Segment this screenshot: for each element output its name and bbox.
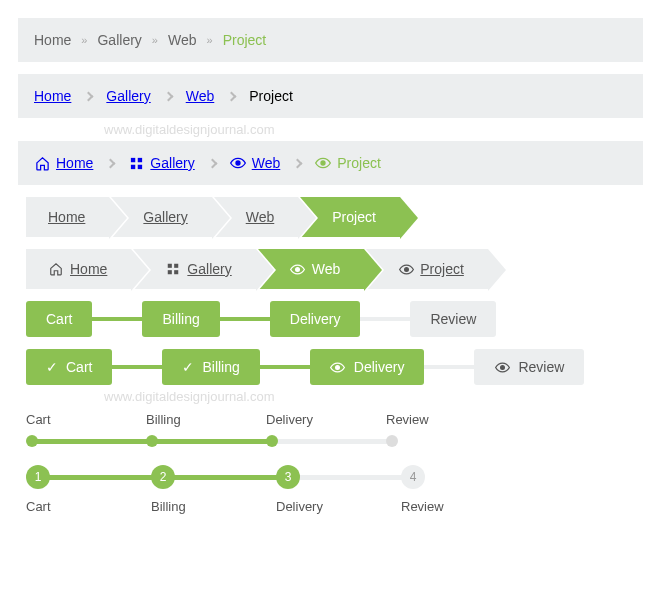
step-connector — [220, 317, 270, 321]
dot-line — [272, 439, 392, 444]
breadcrumb-icons: Home Gallery Web Project — [18, 141, 643, 185]
chevron-right-icon — [227, 91, 237, 101]
step-delivery[interactable]: Delivery — [310, 349, 425, 385]
dot-label: Review — [386, 412, 429, 427]
steps-boxes: Cart Billing Delivery Review — [18, 301, 643, 337]
step-label: Review — [518, 359, 564, 375]
num-label: Cart — [26, 499, 51, 514]
watermark-text: www.digitaldesignjournal.com — [104, 122, 643, 137]
check-icon: ✓ — [46, 359, 58, 375]
dot-marker — [26, 435, 38, 447]
breadcrumb-link-web[interactable]: Web — [168, 32, 197, 48]
home-icon — [48, 261, 64, 277]
num-label: Delivery — [276, 499, 323, 514]
grid-icon — [128, 155, 144, 171]
breadcrumb-arrows-icons: Home Gallery Web Project — [18, 249, 643, 289]
breadcrumb-link-home[interactable]: Home — [34, 88, 71, 104]
num-line — [163, 475, 288, 480]
svg-rect-6 — [168, 264, 172, 268]
breadcrumb-link-gallery[interactable]: Gallery — [106, 88, 150, 104]
step-label: Cart — [66, 359, 92, 375]
steps-numbers: 1 Cart 2 Billing 3 Delivery 4 Review — [18, 465, 643, 514]
step-review[interactable]: Review — [474, 349, 584, 385]
arrow-label: Gallery — [187, 261, 231, 277]
step-review[interactable]: Review — [410, 301, 496, 337]
breadcrumb-label: Home — [56, 155, 93, 171]
arrow-item-project[interactable]: Project — [366, 249, 488, 289]
breadcrumb-link-web[interactable]: Web — [186, 88, 215, 104]
step-cart[interactable]: Cart — [26, 301, 92, 337]
num-label: Review — [401, 499, 444, 514]
num-item-cart[interactable]: 1 Cart — [26, 465, 151, 514]
breadcrumb-quote: Home » Gallery » Web » Project — [18, 18, 643, 62]
svg-rect-3 — [138, 164, 142, 168]
breadcrumb-link-home[interactable]: Home — [34, 155, 93, 171]
step-delivery[interactable]: Delivery — [270, 301, 361, 337]
svg-rect-1 — [138, 157, 142, 161]
breadcrumb-current: Project — [249, 88, 293, 104]
breadcrumb-link-web[interactable]: Web — [230, 155, 281, 171]
grid-icon — [165, 261, 181, 277]
dot-item-delivery[interactable]: Delivery — [266, 412, 386, 447]
num-line — [288, 475, 413, 480]
num-circle: 1 — [26, 465, 50, 489]
dot-line — [152, 439, 272, 444]
chevron-right-icon — [106, 158, 116, 168]
breadcrumb-chevron: Home Gallery Web Project — [18, 74, 643, 118]
step-label: Billing — [202, 359, 239, 375]
svg-point-12 — [336, 365, 340, 369]
num-circle: 3 — [276, 465, 300, 489]
dot-item-review[interactable]: Review — [386, 412, 506, 447]
svg-point-13 — [501, 365, 505, 369]
step-billing[interactable]: Billing — [142, 301, 219, 337]
step-connector — [260, 365, 310, 369]
arrow-item-home[interactable]: Home — [26, 197, 109, 237]
step-connector — [424, 365, 474, 369]
arrow-item-gallery[interactable]: Gallery — [133, 249, 255, 289]
dot-label: Billing — [146, 412, 181, 427]
breadcrumb-link-gallery[interactable]: Gallery — [128, 155, 194, 171]
arrow-label: Project — [420, 261, 464, 277]
eye-icon — [315, 155, 331, 171]
breadcrumb-label: Project — [337, 155, 381, 171]
dot-line — [32, 439, 152, 444]
steps-dots: Cart Billing Delivery Review — [18, 408, 643, 447]
arrow-item-home[interactable]: Home — [26, 249, 131, 289]
arrow-label: Web — [312, 261, 341, 277]
quote-separator-icon: » — [152, 34, 158, 46]
svg-rect-0 — [131, 157, 135, 161]
breadcrumb-link-home[interactable]: Home — [34, 32, 71, 48]
chevron-right-icon — [207, 158, 217, 168]
dot-item-billing[interactable]: Billing — [146, 412, 266, 447]
num-item-review[interactable]: 4 Review — [401, 465, 526, 514]
chevron-right-icon — [84, 91, 94, 101]
num-label: Billing — [151, 499, 186, 514]
home-icon — [34, 155, 50, 171]
eye-icon — [330, 359, 346, 375]
step-cart[interactable]: ✓ Cart — [26, 349, 112, 385]
breadcrumb-link-gallery[interactable]: Gallery — [97, 32, 141, 48]
svg-rect-9 — [175, 270, 179, 274]
dot-item-cart[interactable]: Cart — [26, 412, 146, 447]
num-line — [38, 475, 163, 480]
watermark-text: www.digitaldesignjournal.com — [104, 389, 643, 404]
dot-marker — [386, 435, 398, 447]
quote-separator-icon: » — [81, 34, 87, 46]
breadcrumb-arrows: Home Gallery Web Project — [18, 197, 643, 237]
svg-point-10 — [296, 267, 300, 271]
breadcrumb-label: Web — [252, 155, 281, 171]
step-connector — [360, 317, 410, 321]
svg-rect-7 — [175, 264, 179, 268]
chevron-right-icon — [293, 158, 303, 168]
quote-separator-icon: » — [207, 34, 213, 46]
svg-point-11 — [404, 267, 408, 271]
svg-rect-8 — [168, 270, 172, 274]
eye-icon — [494, 359, 510, 375]
num-item-delivery[interactable]: 3 Delivery — [276, 465, 401, 514]
dot-marker — [146, 435, 158, 447]
step-billing[interactable]: ✓ Billing — [162, 349, 259, 385]
num-circle: 4 — [401, 465, 425, 489]
dot-label: Delivery — [266, 412, 313, 427]
num-item-billing[interactable]: 2 Billing — [151, 465, 276, 514]
eye-icon — [230, 155, 246, 171]
